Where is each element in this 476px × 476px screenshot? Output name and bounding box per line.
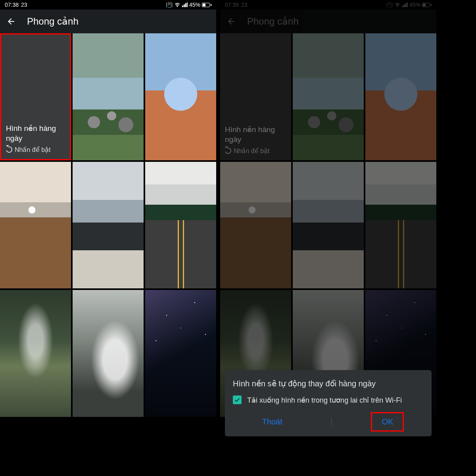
daily-wallpaper-tile[interactable]: Hình nền hàng ngày Nhấn để bật	[0, 33, 71, 160]
wallpaper-tile[interactable]	[365, 33, 436, 160]
screenshot-right: 07:39 23 📳 45% Phong cảnh	[220, 0, 436, 476]
wallpaper-tile[interactable]	[145, 33, 216, 160]
wallpaper-tile[interactable]	[73, 290, 144, 417]
wallpaper-tile[interactable]	[73, 33, 144, 160]
daily-tile-title: Hình nền hàng ngày	[6, 124, 65, 143]
cancel-button[interactable]: Thoát	[253, 413, 292, 430]
wifi-only-checkbox[interactable]	[233, 395, 242, 404]
daily-wallpaper-tile[interactable]: Hình nền hàng ngày Nhấn để bật	[220, 33, 291, 160]
daily-tile-title: Hình nền hàng ngày	[225, 125, 286, 144]
refresh-icon	[5, 146, 13, 154]
status-date: 23	[241, 2, 248, 8]
divider	[331, 418, 332, 426]
wallpaper-tile[interactable]	[293, 162, 364, 289]
wifi-icon	[394, 2, 401, 7]
signal-icon	[402, 2, 408, 7]
status-bar: 07:38 23 📳 45%	[0, 0, 216, 10]
battery-icon	[422, 3, 432, 7]
page-title: Phong cảnh	[27, 16, 79, 27]
page-title: Phong cảnh	[247, 16, 299, 27]
status-time: 07:38	[5, 2, 19, 8]
screenshot-left: 07:38 23 📳 45% Phong cảnh	[0, 0, 216, 476]
wallpaper-grid: Hình nền hàng ngày Nhấn để bật	[0, 33, 216, 417]
battery-icon	[202, 3, 211, 7]
vibrate-icon: 📳	[386, 2, 393, 8]
dialog-check-label: Tải xuống hình nền trong tương lai chỉ t…	[247, 395, 402, 405]
app-bar: Phong cảnh	[0, 10, 216, 33]
wallpaper-tile[interactable]	[145, 162, 216, 289]
back-button[interactable]	[226, 17, 236, 26]
status-date: 23	[21, 2, 27, 8]
confirm-dialog: Hình nền sẽ tự động thay đổi hàng ngày T…	[225, 370, 432, 436]
wifi-icon	[174, 2, 180, 7]
wallpaper-tile[interactable]	[73, 162, 144, 289]
status-time: 07:39	[225, 2, 239, 8]
daily-tile-subtitle: Nhấn để bật	[225, 147, 286, 155]
app-bar: Phong cảnh	[220, 10, 436, 33]
daily-tile-subtitle: Nhấn để bật	[6, 146, 65, 154]
refresh-icon	[224, 147, 232, 155]
wallpaper-tile[interactable]	[293, 33, 364, 160]
wallpaper-tile[interactable]	[220, 162, 291, 289]
wallpaper-tile[interactable]	[0, 162, 71, 289]
vibrate-icon: 📳	[166, 2, 173, 8]
battery-percent: 45%	[409, 2, 420, 8]
wallpaper-tile[interactable]	[145, 290, 216, 417]
signal-icon	[182, 2, 188, 7]
back-button[interactable]	[6, 17, 16, 26]
battery-percent: 45%	[189, 2, 200, 8]
ok-button[interactable]: OK	[371, 412, 404, 432]
status-bar: 07:39 23 📳 45%	[220, 0, 436, 10]
wallpaper-tile[interactable]	[365, 162, 436, 289]
wallpaper-grid: Hình nền hàng ngày Nhấn để bật	[220, 33, 436, 417]
dialog-title: Hình nền sẽ tự động thay đổi hàng ngày	[233, 379, 424, 388]
wallpaper-tile[interactable]	[0, 290, 71, 417]
